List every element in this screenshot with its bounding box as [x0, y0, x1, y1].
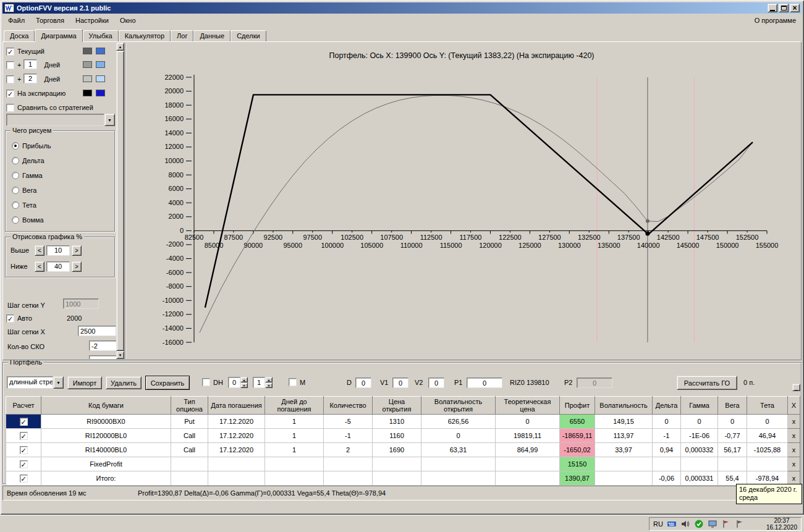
radio-icon[interactable] [12, 201, 19, 209]
flag-icon[interactable] [721, 519, 731, 529]
radio-icon[interactable] [12, 187, 19, 194]
cell[interactable] [496, 457, 560, 471]
delete-button[interactable]: Удалить [106, 376, 142, 389]
row-checkbox[interactable]: ✓ [20, 432, 28, 440]
spin-up-icon[interactable]: ▲ [240, 377, 248, 382]
day2-input[interactable] [23, 74, 37, 83]
menu-file[interactable]: Файл [2, 15, 30, 26]
column-header[interactable]: Гамма [681, 397, 718, 415]
below-increase-button[interactable]: > [72, 261, 82, 272]
column-header[interactable]: Профит [560, 397, 595, 415]
cell[interactable] [595, 471, 653, 486]
column-header[interactable]: Дельта [653, 397, 681, 415]
row-calc-cell[interactable]: ✓ [6, 415, 41, 429]
cell[interactable]: 0 [747, 415, 788, 429]
flag-icon-2[interactable] [735, 519, 745, 529]
draw-option-radio[interactable]: Вомма [12, 216, 44, 224]
row-calc-cell[interactable]: ✓ [6, 443, 41, 457]
cell[interactable]: FixedProfit [41, 457, 171, 471]
cell[interactable]: 2 [324, 443, 373, 457]
menu-window[interactable]: Окно [114, 15, 142, 26]
column-header[interactable]: Теоретическая цена [496, 397, 560, 415]
cell[interactable] [718, 457, 747, 471]
cell[interactable]: 1390,87 [560, 471, 595, 486]
expiration-color-swatch-2[interactable] [96, 90, 105, 96]
table-row[interactable]: ✓Итого:1390,87-0,060,00033155,4-978,94x [6, 471, 800, 486]
dh-spinner-2[interactable]: ▲▼ [253, 377, 273, 388]
below-decrease-button[interactable]: < [35, 261, 44, 272]
cell[interactable] [496, 471, 560, 486]
cell[interactable] [595, 457, 653, 471]
table-row[interactable]: ✓RI90000BX0Put17.12.20201-51310626,56065… [6, 415, 800, 429]
column-header[interactable]: Тип опциона [171, 397, 208, 415]
d-input[interactable] [355, 378, 371, 388]
cell[interactable]: 113,97 [595, 429, 653, 443]
spin-up-icon[interactable]: ▲ [265, 377, 273, 382]
volume-icon[interactable] [680, 519, 690, 529]
table-row[interactable]: ✓FixedProfit15150x [6, 457, 800, 471]
dh-checkbox[interactable] [202, 378, 210, 386]
dh-spin1-input[interactable] [228, 377, 240, 388]
minimize-button[interactable] [768, 4, 777, 12]
grid-y-input[interactable] [63, 298, 99, 309]
row-delete-button[interactable]: x [788, 443, 800, 457]
column-header[interactable]: Цена открытия [373, 397, 421, 415]
cell[interactable]: 6550 [560, 415, 595, 429]
maximize-button[interactable] [779, 4, 789, 12]
toggle-expiration[interactable]: ✓ На экспирацию [6, 88, 66, 98]
cell[interactable] [208, 471, 265, 486]
menu-settings[interactable]: Настройки [70, 15, 114, 26]
current-color-swatch-1[interactable] [83, 48, 92, 54]
tab-board[interactable]: Доска [4, 30, 35, 41]
column-header[interactable]: X [788, 397, 800, 415]
menu-about[interactable]: О программе [749, 15, 802, 26]
day2-color-swatch-1[interactable] [83, 75, 92, 82]
cell[interactable]: 63,31 [421, 443, 496, 457]
day1-color-swatch-1[interactable] [83, 61, 92, 68]
cell[interactable]: -1E-06 [681, 429, 718, 443]
above-decrease-button[interactable]: < [35, 245, 44, 256]
column-header[interactable]: Расчет [6, 397, 41, 415]
cell[interactable]: Итого: [41, 471, 171, 486]
radio-icon[interactable] [12, 142, 19, 150]
cell[interactable]: RI90000BX0 [41, 415, 171, 429]
monitor-icon[interactable] [708, 519, 717, 529]
column-header[interactable]: Вега [718, 397, 747, 415]
cell[interactable]: -1 [324, 429, 373, 443]
tab-trades[interactable]: Сделки [231, 30, 266, 41]
cell[interactable]: 17.12.2020 [208, 415, 265, 429]
cell[interactable]: 19819,11 [496, 429, 560, 443]
column-header[interactable]: Количество [324, 397, 373, 415]
cell[interactable]: -18659,11 [560, 429, 595, 443]
scrollbar-thumb[interactable] [116, 51, 124, 351]
row-checkbox[interactable]: ✓ [20, 418, 28, 426]
cell[interactable]: Put [171, 415, 208, 429]
row-calc-cell[interactable]: ✓ [6, 429, 41, 443]
table-row[interactable]: ✓RI140000BL0Call17.12.202012169063,31864… [6, 443, 800, 457]
day1-checkbox[interactable] [6, 61, 14, 69]
cell[interactable]: 0,94 [653, 443, 681, 457]
dh-spin2-input[interactable] [253, 377, 265, 388]
antivirus-check-icon[interactable] [694, 519, 704, 529]
scroll-down-icon[interactable]: ▼ [116, 351, 124, 359]
toggle-plus1-days[interactable]: + Дней [6, 60, 60, 70]
save-button[interactable]: Сохранить [145, 376, 190, 390]
cell[interactable]: -5 [324, 415, 373, 429]
cell[interactable]: 33,97 [595, 443, 653, 457]
row-delete-button[interactable]: x [788, 415, 800, 429]
cell[interactable]: 0 [496, 415, 560, 429]
close-button[interactable]: × [790, 4, 800, 12]
day2-color-swatch-2[interactable] [96, 75, 105, 82]
column-header[interactable]: Дата погашения [208, 397, 265, 415]
cell[interactable]: 0,000331 [681, 471, 718, 486]
draw-option-radio[interactable]: Прибыль [12, 142, 51, 150]
dropdown-arrow-icon[interactable]: ▼ [104, 114, 115, 126]
draw-option-radio[interactable]: Вега [12, 187, 36, 194]
row-checkbox[interactable]: ✓ [20, 475, 28, 483]
radio-icon[interactable] [12, 172, 19, 179]
day2-checkbox[interactable] [6, 75, 14, 83]
above-percent-input[interactable] [46, 245, 70, 256]
calculate-margin-button[interactable]: Рассчитать ГО [677, 376, 737, 390]
tray-clock[interactable]: 20:37 16.12.2020 [766, 517, 797, 531]
tab-smile[interactable]: Улыбка [83, 30, 119, 41]
